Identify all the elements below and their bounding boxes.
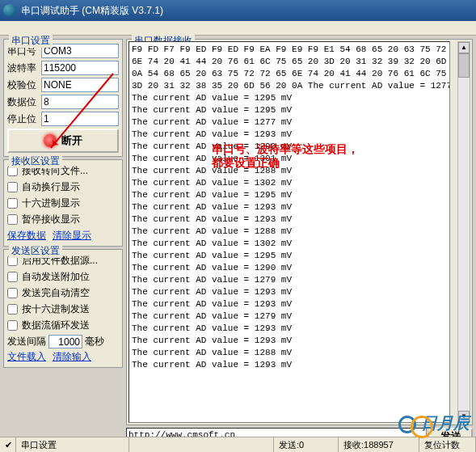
auto-wrap-check[interactable] [7, 182, 18, 192]
tx-settings: 发送区设置 启用文件数据源... 自动发送附加位 发送完自动清空 按十六进制发送… [3, 249, 123, 368]
logo-rings-icon [398, 416, 416, 433]
file-load-link[interactable]: 文件载入 [7, 350, 46, 364]
menubar[interactable] [0, 21, 476, 36]
scroll-thumb[interactable] [458, 53, 470, 78]
rx-textarea[interactable]: F9 FD F7 F9 ED F9 ED F9 EA F9 E9 F9 E1 5… [128, 41, 450, 423]
com-select[interactable]: COM3 [41, 44, 119, 58]
titlebar: 串口调试助手 (CM精装版 V3.7.1) [0, 0, 476, 21]
port-settings: 串口设置 串口号COM3 波特率115200 校验位NONE 数据位8 停止位1… [3, 39, 123, 157]
pause-rx-check[interactable] [7, 214, 18, 225]
window-title: 串口调试助手 (CM精装版 V3.7.1) [21, 4, 163, 18]
status-icon: ✔ [5, 440, 12, 450]
app-icon [3, 4, 16, 17]
baud-select[interactable]: 115200 [41, 61, 119, 75]
statusbar: ✔ 串口设置 发送:0 接收:188957 复位计数 [0, 437, 476, 452]
clear-display-link[interactable]: 清除显示 [53, 229, 91, 243]
interval-input[interactable] [48, 335, 82, 349]
watermark-logo: 日月辰 [398, 412, 470, 434]
auto-clear-check[interactable] [7, 288, 18, 298]
scroll-up-icon[interactable]: ▲ [458, 42, 470, 53]
hex-display-check[interactable] [7, 198, 18, 209]
rx-area: 串口数据接收 F9 FD F7 F9 ED F9 ED F9 EA F9 E9 … [126, 39, 473, 425]
hex-send-check[interactable] [7, 304, 18, 315]
databits-select[interactable]: 8 [41, 95, 119, 109]
clear-input-link[interactable]: 清除输入 [53, 350, 91, 364]
scrollbar[interactable]: ▲ ▼ [457, 41, 470, 423]
save-data-link[interactable]: 保存数据 [7, 229, 46, 243]
auto-append-check[interactable] [7, 272, 18, 282]
loop-send-check[interactable] [7, 320, 18, 331]
rx-settings: 接收区设置 接收转向文件... 自动换行显示 十六进制显示 暂停接收显示 保存数… [3, 159, 123, 247]
